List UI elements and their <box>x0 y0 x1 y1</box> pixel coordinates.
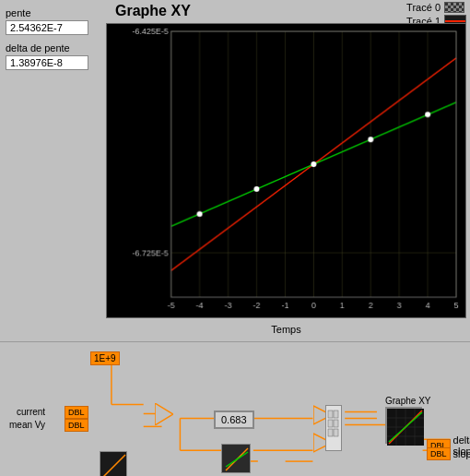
svg-line-36 <box>103 455 125 476</box>
multiply-block <box>155 403 173 425</box>
small-plot-1 <box>100 451 127 476</box>
x-axis-label: Temps <box>271 324 300 335</box>
slope-output: DBL slope <box>427 447 470 460</box>
trace0-label: Tracé 0 <box>406 2 441 13</box>
constant-box: 1E+9 <box>90 351 120 365</box>
diagram-graphexy-label: Graphe XY <box>385 396 430 406</box>
svg-rect-25 <box>328 429 333 436</box>
pente-value: 2.54362E-7 <box>6 20 88 35</box>
current-dbl: DBL <box>65 406 88 419</box>
constant-value: 1E+9 <box>94 353 116 363</box>
svg-rect-24 <box>334 420 338 427</box>
bundle-block <box>325 405 342 451</box>
value-display: 0.683 <box>214 411 254 429</box>
left-panel: pente 2.54362E-7 delta de pente 1.38976E… <box>0 0 106 341</box>
meanvy-label: mean Vy <box>9 420 45 430</box>
current-label: current <box>17 407 45 417</box>
delta-pente-label: delta de pente <box>6 42 100 54</box>
slope-dbl: DBL <box>427 447 451 460</box>
svg-line-18 <box>226 452 248 467</box>
chart-title: Graphe XY <box>115 3 191 19</box>
slope-label: slope <box>453 448 470 459</box>
svg-rect-21 <box>328 411 333 418</box>
chart-canvas <box>107 24 465 317</box>
chart-area <box>106 23 466 318</box>
svg-rect-26 <box>334 429 338 436</box>
diagram-section: 1E+9 current DBL mean Vy DBL 0.683 <box>0 341 470 476</box>
meanvy-dbl: DBL <box>65 419 88 432</box>
svg-rect-22 <box>334 411 338 418</box>
small-chart-1 <box>221 444 251 473</box>
svg-rect-23 <box>328 420 333 427</box>
svg-marker-16 <box>155 403 173 425</box>
graph-thumbnail <box>385 407 422 444</box>
legend-item-0: Tracé 0 <box>406 2 466 13</box>
delta-pente-value: 1.38976E-8 <box>6 55 88 70</box>
chart-container: Graphe XY Amplitude Temps <box>106 23 466 338</box>
trace0-icon <box>444 2 464 13</box>
pente-label: pente <box>6 7 100 18</box>
